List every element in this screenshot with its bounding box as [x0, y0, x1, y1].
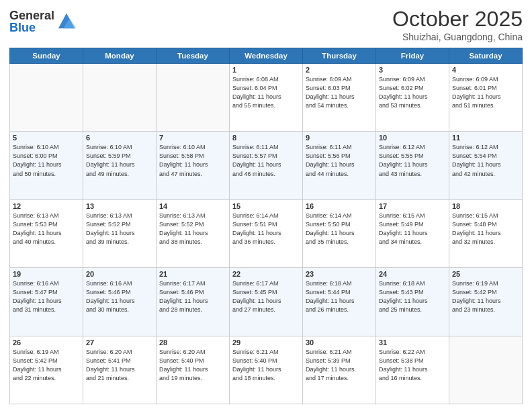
day-number: 28 [159, 338, 226, 347]
day-info: Sunrise: 6:09 AM Sunset: 6:02 PM Dayligh… [379, 75, 446, 110]
calendar-cell: 13Sunrise: 6:13 AM Sunset: 5:52 PM Dayli… [83, 199, 157, 267]
day-info: Sunrise: 6:13 AM Sunset: 5:53 PM Dayligh… [13, 212, 80, 246]
calendar-cell: 1Sunrise: 6:08 AM Sunset: 6:04 PM Daylig… [230, 64, 303, 132]
day-number: 15 [232, 202, 300, 210]
day-number: 30 [306, 338, 373, 347]
location: Shuizhai, Guangdong, China [392, 32, 523, 42]
day-info: Sunrise: 6:22 AM Sunset: 5:38 PM Dayligh… [379, 348, 446, 383]
calendar-cell: 12Sunrise: 6:13 AM Sunset: 5:53 PM Dayli… [10, 199, 83, 267]
day-number: 20 [86, 270, 153, 278]
calendar-table: SundayMondayTuesdayWednesdayThursdayFrid… [9, 48, 523, 404]
day-number: 21 [159, 270, 226, 278]
day-number: 16 [306, 202, 373, 210]
day-info: Sunrise: 6:15 AM Sunset: 5:49 PM Dayligh… [379, 212, 446, 246]
calendar-cell: 20Sunrise: 6:16 AM Sunset: 5:46 PM Dayli… [83, 268, 157, 336]
day-info: Sunrise: 6:13 AM Sunset: 5:52 PM Dayligh… [86, 212, 153, 246]
day-info: Sunrise: 6:12 AM Sunset: 5:54 PM Dayligh… [452, 143, 519, 178]
calendar-cell: 30Sunrise: 6:21 AM Sunset: 5:39 PM Dayli… [303, 336, 376, 404]
day-info: Sunrise: 6:09 AM Sunset: 6:03 PM Dayligh… [306, 75, 373, 110]
day-number: 4 [452, 66, 519, 74]
col-header-thursday: Thursday [303, 48, 376, 64]
day-number: 26 [13, 338, 80, 347]
header: General Blue October 2025 Shuizhai, Guan… [9, 7, 523, 42]
logo-icon [57, 11, 76, 30]
day-number: 6 [86, 134, 153, 142]
day-info: Sunrise: 6:19 AM Sunset: 5:42 PM Dayligh… [452, 279, 519, 314]
day-number: 24 [379, 270, 446, 278]
day-number: 25 [452, 270, 519, 278]
day-info: Sunrise: 6:18 AM Sunset: 5:43 PM Dayligh… [379, 279, 446, 314]
calendar-cell: 5Sunrise: 6:10 AM Sunset: 6:00 PM Daylig… [10, 132, 83, 199]
calendar-cell [157, 64, 230, 132]
day-info: Sunrise: 6:19 AM Sunset: 5:42 PM Dayligh… [13, 348, 80, 383]
day-info: Sunrise: 6:18 AM Sunset: 5:44 PM Dayligh… [306, 279, 373, 314]
day-info: Sunrise: 6:16 AM Sunset: 5:46 PM Dayligh… [86, 279, 153, 314]
day-info: Sunrise: 6:08 AM Sunset: 6:04 PM Dayligh… [232, 75, 300, 110]
day-info: Sunrise: 6:10 AM Sunset: 6:00 PM Dayligh… [13, 143, 80, 178]
calendar-cell [449, 336, 523, 404]
calendar-cell: 3Sunrise: 6:09 AM Sunset: 6:02 PM Daylig… [376, 64, 449, 132]
day-info: Sunrise: 6:14 AM Sunset: 5:51 PM Dayligh… [232, 212, 300, 246]
day-number: 5 [13, 134, 80, 142]
logo: General Blue [9, 9, 76, 34]
col-header-tuesday: Tuesday [157, 48, 230, 64]
day-number: 27 [86, 338, 153, 347]
calendar-cell: 14Sunrise: 6:13 AM Sunset: 5:52 PM Dayli… [157, 199, 230, 267]
day-number: 12 [13, 202, 80, 210]
calendar-cell: 27Sunrise: 6:20 AM Sunset: 5:41 PM Dayli… [83, 336, 157, 404]
title-block: October 2025 Shuizhai, Guangdong, China [392, 7, 523, 42]
calendar-cell: 2Sunrise: 6:09 AM Sunset: 6:03 PM Daylig… [303, 64, 376, 132]
month-title: October 2025 [392, 7, 523, 32]
day-number: 10 [379, 134, 446, 142]
col-header-wednesday: Wednesday [230, 48, 303, 64]
calendar-cell: 16Sunrise: 6:14 AM Sunset: 5:50 PM Dayli… [303, 199, 376, 267]
day-info: Sunrise: 6:13 AM Sunset: 5:52 PM Dayligh… [159, 212, 226, 246]
calendar-cell: 9Sunrise: 6:11 AM Sunset: 5:56 PM Daylig… [303, 132, 376, 199]
col-header-saturday: Saturday [449, 48, 523, 64]
calendar-week-2: 12Sunrise: 6:13 AM Sunset: 5:53 PM Dayli… [10, 199, 523, 267]
calendar-cell: 17Sunrise: 6:15 AM Sunset: 5:49 PM Dayli… [376, 199, 449, 267]
day-info: Sunrise: 6:09 AM Sunset: 6:01 PM Dayligh… [452, 75, 519, 110]
calendar-cell [10, 64, 83, 132]
calendar-cell: 28Sunrise: 6:20 AM Sunset: 5:40 PM Dayli… [157, 336, 230, 404]
day-number: 8 [232, 134, 300, 142]
day-info: Sunrise: 6:17 AM Sunset: 5:46 PM Dayligh… [159, 279, 226, 314]
day-number: 19 [13, 270, 80, 278]
day-number: 17 [379, 202, 446, 210]
calendar-week-3: 19Sunrise: 6:16 AM Sunset: 5:47 PM Dayli… [10, 268, 523, 336]
calendar-cell: 8Sunrise: 6:11 AM Sunset: 5:57 PM Daylig… [230, 132, 303, 199]
day-number: 1 [232, 66, 300, 74]
day-info: Sunrise: 6:21 AM Sunset: 5:40 PM Dayligh… [232, 348, 300, 383]
day-number: 14 [159, 202, 226, 210]
day-number: 3 [379, 66, 446, 74]
logo-general: General [9, 9, 54, 21]
logo-blue: Blue [9, 21, 54, 34]
day-info: Sunrise: 6:10 AM Sunset: 5:58 PM Dayligh… [159, 143, 226, 178]
calendar-cell: 6Sunrise: 6:10 AM Sunset: 5:59 PM Daylig… [83, 132, 157, 199]
calendar-cell: 18Sunrise: 6:15 AM Sunset: 5:48 PM Dayli… [449, 199, 523, 267]
calendar-cell: 7Sunrise: 6:10 AM Sunset: 5:58 PM Daylig… [157, 132, 230, 199]
calendar-cell: 26Sunrise: 6:19 AM Sunset: 5:42 PM Dayli… [10, 336, 83, 404]
day-info: Sunrise: 6:20 AM Sunset: 5:40 PM Dayligh… [159, 348, 226, 383]
calendar-week-4: 26Sunrise: 6:19 AM Sunset: 5:42 PM Dayli… [10, 336, 523, 404]
day-number: 9 [306, 134, 373, 142]
day-info: Sunrise: 6:12 AM Sunset: 5:55 PM Dayligh… [379, 143, 446, 178]
day-number: 23 [306, 270, 373, 278]
calendar-cell: 25Sunrise: 6:19 AM Sunset: 5:42 PM Dayli… [449, 268, 523, 336]
calendar-cell: 29Sunrise: 6:21 AM Sunset: 5:40 PM Dayli… [230, 336, 303, 404]
calendar-week-0: 1Sunrise: 6:08 AM Sunset: 6:04 PM Daylig… [10, 64, 523, 132]
calendar-cell: 11Sunrise: 6:12 AM Sunset: 5:54 PM Dayli… [449, 132, 523, 199]
day-info: Sunrise: 6:14 AM Sunset: 5:50 PM Dayligh… [306, 212, 373, 246]
calendar-cell: 10Sunrise: 6:12 AM Sunset: 5:55 PM Dayli… [376, 132, 449, 199]
day-info: Sunrise: 6:10 AM Sunset: 5:59 PM Dayligh… [86, 143, 153, 178]
day-info: Sunrise: 6:16 AM Sunset: 5:47 PM Dayligh… [13, 279, 80, 314]
col-header-monday: Monday [83, 48, 157, 64]
day-number: 13 [86, 202, 153, 210]
day-number: 2 [306, 66, 373, 74]
calendar-cell: 4Sunrise: 6:09 AM Sunset: 6:01 PM Daylig… [449, 64, 523, 132]
day-number: 11 [452, 134, 519, 142]
calendar-cell: 21Sunrise: 6:17 AM Sunset: 5:46 PM Dayli… [157, 268, 230, 336]
calendar-header-row: SundayMondayTuesdayWednesdayThursdayFrid… [10, 48, 523, 64]
calendar-cell: 23Sunrise: 6:18 AM Sunset: 5:44 PM Dayli… [303, 268, 376, 336]
day-info: Sunrise: 6:15 AM Sunset: 5:48 PM Dayligh… [452, 212, 519, 246]
